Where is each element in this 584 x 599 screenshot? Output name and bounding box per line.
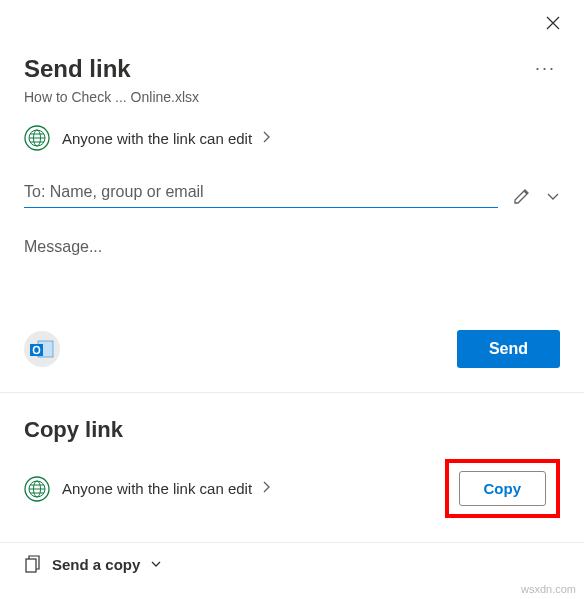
copy-link-title: Copy link: [24, 417, 560, 443]
recipients-input[interactable]: [24, 183, 498, 201]
svg-rect-15: [26, 559, 36, 572]
chevron-right-icon: [262, 481, 270, 496]
link-settings-button[interactable]: Anyone with the link can edit: [24, 125, 560, 151]
globe-icon: [24, 125, 50, 151]
filename-label: How to Check ... Online.xlsx: [24, 89, 560, 105]
chevron-down-icon: [150, 555, 162, 573]
copy-file-icon: [24, 555, 42, 573]
copy-button[interactable]: Copy: [459, 471, 547, 506]
globe-icon: [24, 476, 50, 502]
send-button[interactable]: Send: [457, 330, 560, 368]
chevron-right-icon: [262, 131, 270, 146]
more-options-button[interactable]: ···: [531, 54, 560, 83]
watermark: wsxdn.com: [521, 583, 576, 595]
copy-link-settings-button[interactable]: Anyone with the link can edit: [24, 476, 270, 502]
close-icon: [546, 16, 560, 30]
edit-pencil-button[interactable]: [512, 186, 532, 206]
permission-label: Anyone with the link can edit: [62, 130, 252, 147]
outlook-icon: [24, 331, 60, 367]
close-button[interactable]: [540, 10, 566, 36]
send-copy-label: Send a copy: [52, 556, 140, 573]
send-a-copy-button[interactable]: Send a copy: [24, 555, 560, 573]
recipients-dropdown-button[interactable]: [546, 191, 560, 201]
copy-permission-label: Anyone with the link can edit: [62, 480, 252, 497]
message-input[interactable]: [24, 238, 560, 256]
copy-button-highlight: Copy: [445, 459, 561, 518]
dialog-title: Send link: [24, 55, 131, 83]
